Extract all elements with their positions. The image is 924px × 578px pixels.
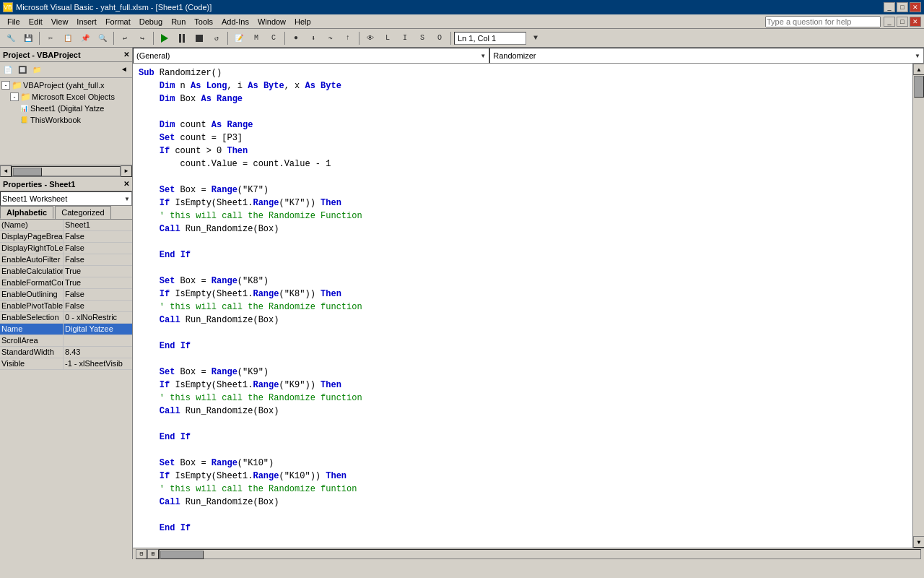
minimize-button[interactable]: _ bbox=[884, 2, 895, 12]
toggle-folders-button[interactable]: 📁 bbox=[30, 64, 43, 76]
menu-debug[interactable]: Debug bbox=[135, 16, 167, 27]
project-scroll-bar[interactable]: ◄ ► bbox=[0, 165, 132, 176]
tree-thisworkbook[interactable]: 📒 ThisWorkbook bbox=[1, 114, 131, 126]
project-scroll-left[interactable]: ◄ bbox=[118, 64, 131, 76]
reset-button[interactable]: ↺ bbox=[209, 31, 225, 46]
prop-row[interactable]: (Name)Sheet1 bbox=[0, 220, 132, 231]
excel-objects-label: Microsoft Excel Objects bbox=[32, 92, 115, 101]
code-line: Call Run_Randomize(Box) bbox=[139, 314, 907, 327]
restore-button[interactable]: □ bbox=[897, 2, 908, 12]
copy-button[interactable]: 📋 bbox=[60, 31, 76, 46]
cut-button[interactable]: ✂ bbox=[43, 31, 58, 46]
tree-sheet1[interactable]: 📊 Sheet1 (Digital Yatze bbox=[1, 103, 131, 114]
code-line: If IsEmpty(Sheet1.Range("K7")) Then bbox=[139, 197, 907, 210]
h-scroll-left-btn[interactable]: ◄ bbox=[0, 165, 12, 177]
run-button[interactable] bbox=[157, 31, 173, 46]
save-button[interactable]: 💾 bbox=[20, 31, 36, 46]
prop-row[interactable]: EnableOutliningFalse bbox=[0, 289, 132, 301]
prop-row[interactable]: NameDigital Yatzee bbox=[0, 324, 132, 335]
stop-button[interactable] bbox=[191, 31, 207, 46]
sheet1-icon: 📊 bbox=[19, 103, 29, 113]
object-browser-button[interactable]: O bbox=[432, 31, 448, 46]
menu-addins[interactable]: Add-Ins bbox=[217, 16, 253, 27]
position-dropdown-button[interactable]: ▼ bbox=[528, 31, 544, 46]
menu-view[interactable]: View bbox=[47, 16, 73, 27]
userform-button[interactable]: 📝 bbox=[231, 31, 247, 46]
project-toolbar: 📄 🔲 📁 ◄ bbox=[0, 62, 132, 78]
split-view-button[interactable]: ⊟ bbox=[136, 549, 147, 559]
expand-vbaproject[interactable]: - bbox=[1, 81, 10, 90]
randomizer-dropdown[interactable]: Randomizer ▼ bbox=[489, 48, 924, 64]
prop-name: EnableOutlining bbox=[0, 289, 64, 300]
code-line: Call Run_Randomize(Box) bbox=[139, 405, 907, 418]
prop-row[interactable]: EnableAutoFilterFalse bbox=[0, 254, 132, 266]
separator-5 bbox=[284, 32, 285, 45]
properties-close-button[interactable]: ✕ bbox=[123, 180, 129, 188]
tree-excel-objects[interactable]: - 📁 Microsoft Excel Objects bbox=[1, 91, 131, 103]
prop-row[interactable]: DisplayPageBreaksFalse bbox=[0, 231, 132, 243]
redo-button[interactable]: ↪ bbox=[134, 31, 150, 46]
undo-button[interactable]: ↩ bbox=[117, 31, 133, 46]
locals-button[interactable]: L bbox=[380, 31, 396, 46]
class-button[interactable]: C bbox=[266, 31, 282, 46]
prop-row[interactable]: EnableCalculationTrue bbox=[0, 266, 132, 277]
menu-edit[interactable]: Edit bbox=[25, 16, 47, 27]
properties-dropdown[interactable]: Sheet1 Worksheet ▼ bbox=[0, 191, 132, 206]
step-out-button[interactable]: ↑ bbox=[340, 31, 356, 46]
prop-name: StandardWidth bbox=[0, 347, 64, 358]
expand-excel-objects[interactable]: - bbox=[10, 92, 19, 101]
project-close-button[interactable]: ✕ bbox=[123, 51, 129, 59]
code-h-scrollbar[interactable] bbox=[159, 549, 921, 559]
menu-help[interactable]: Help bbox=[290, 16, 315, 27]
prop-row[interactable]: EnablePivotTableFalse bbox=[0, 301, 132, 312]
view-object-button[interactable]: 🔲 bbox=[16, 64, 29, 76]
prop-row[interactable]: Visible-1 - xlSheetVisib bbox=[0, 358, 132, 370]
pause-button[interactable] bbox=[174, 31, 190, 46]
scroll-track[interactable] bbox=[913, 75, 924, 536]
close-inner-button[interactable]: ✕ bbox=[910, 17, 921, 27]
menu-window[interactable]: Window bbox=[253, 16, 290, 27]
vertical-scrollbar[interactable]: ▲ ▼ bbox=[912, 64, 924, 548]
code-editor[interactable]: Sub Randomizer() Dim n As Long, i As Byt… bbox=[133, 64, 912, 548]
menu-format[interactable]: Format bbox=[101, 16, 135, 27]
help-search-input[interactable] bbox=[765, 16, 881, 27]
watch-button[interactable]: 👁 bbox=[362, 31, 378, 46]
scroll-up-button[interactable]: ▲ bbox=[913, 64, 924, 75]
tree-vbaproject[interactable]: - 📁 VBAProject (yaht_full.x bbox=[1, 79, 131, 91]
scroll-thumb[interactable] bbox=[914, 76, 924, 98]
step-into-button[interactable]: ⬇ bbox=[305, 31, 321, 46]
h-scroll-right-btn[interactable]: ► bbox=[121, 165, 132, 177]
prop-value: False bbox=[64, 301, 132, 311]
minimize-inner-button[interactable]: _ bbox=[884, 17, 895, 27]
restore-inner-button[interactable]: □ bbox=[897, 17, 908, 27]
menu-tools[interactable]: Tools bbox=[190, 16, 217, 27]
close-button[interactable]: ✕ bbox=[910, 2, 921, 12]
general-dropdown[interactable]: (General) ▼ bbox=[133, 48, 489, 64]
breakpoint-button[interactable]: ● bbox=[288, 31, 304, 46]
scroll-down-button[interactable]: ▼ bbox=[913, 536, 924, 548]
menu-file[interactable]: File bbox=[3, 16, 25, 27]
menu-insert[interactable]: Insert bbox=[72, 16, 101, 27]
find-button[interactable]: 🔍 bbox=[95, 31, 110, 46]
step-over-button[interactable]: ↷ bbox=[323, 31, 339, 46]
prop-row[interactable]: EnableFormatConTrue bbox=[0, 277, 132, 289]
menu-run[interactable]: Run bbox=[167, 16, 190, 27]
module-button[interactable]: M bbox=[248, 31, 264, 46]
callstack-button[interactable]: S bbox=[414, 31, 430, 46]
title-bar-buttons[interactable]: _ □ ✕ bbox=[884, 2, 921, 12]
code-line: Set Box = Range("K8") bbox=[139, 275, 907, 288]
title-bar: VB Microsoft Visual Basic - yaht_full.xl… bbox=[0, 0, 924, 14]
prop-row[interactable]: EnableSelection0 - xlNoRestric bbox=[0, 312, 132, 324]
app-icon: VB bbox=[3, 2, 13, 12]
vba-icon-button[interactable]: 🔧 bbox=[3, 31, 19, 46]
tab-categorized[interactable]: Categorized bbox=[55, 206, 110, 219]
view-code-button[interactable]: 📄 bbox=[1, 64, 14, 76]
paste-button[interactable]: 📌 bbox=[77, 31, 93, 46]
prop-row[interactable]: ScrollArea bbox=[0, 335, 132, 347]
immediate-button[interactable]: I bbox=[397, 31, 413, 46]
full-view-button[interactable]: ⊞ bbox=[147, 549, 159, 559]
h-scroll-track[interactable] bbox=[12, 166, 121, 176]
prop-row[interactable]: StandardWidth8.43 bbox=[0, 347, 132, 358]
prop-row[interactable]: DisplayRightToLeftFalse bbox=[0, 243, 132, 254]
tab-alphabetic[interactable]: Alphabetic bbox=[0, 206, 53, 219]
